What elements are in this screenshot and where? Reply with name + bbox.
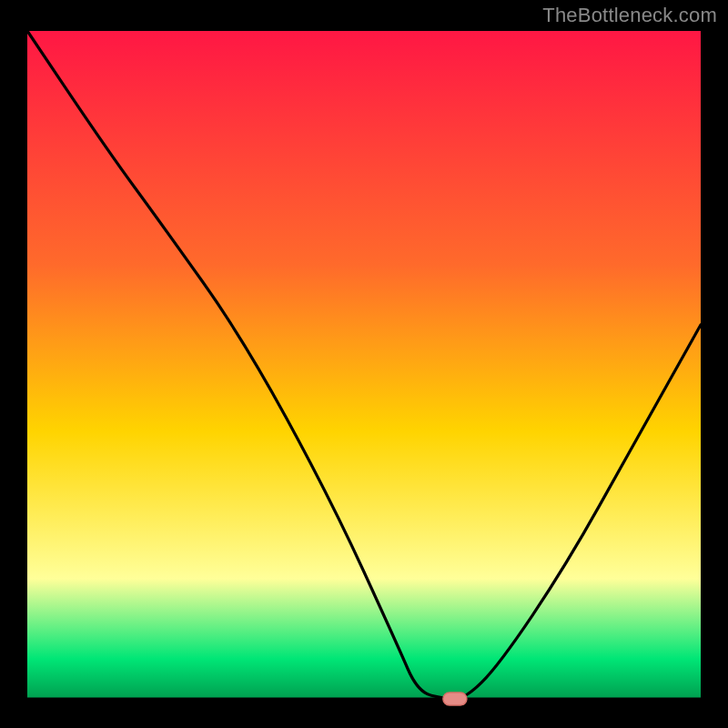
bottleneck-chart <box>0 0 728 728</box>
optimal-marker <box>443 693 467 705</box>
plot-area <box>27 31 701 699</box>
watermark-text: TheBottleneck.com <box>542 4 717 27</box>
chart-container: TheBottleneck.com <box>0 0 728 728</box>
